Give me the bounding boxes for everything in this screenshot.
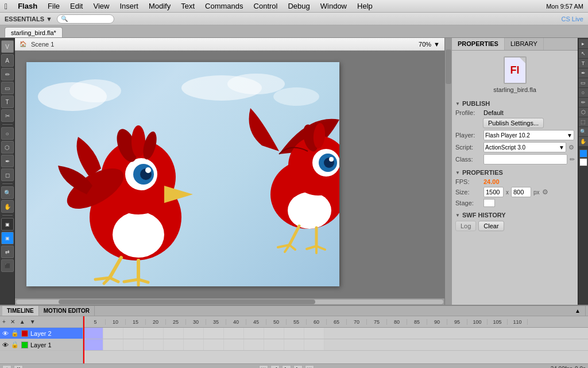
vertical-scrollbar[interactable] bbox=[444, 38, 451, 305]
menu-insert[interactable]: Insert bbox=[115, 1, 143, 12]
fill-color[interactable]: ▣ bbox=[1, 232, 14, 244]
menu-view[interactable]: View bbox=[88, 1, 114, 12]
publish-section-header[interactable]: ▼ PUBLISH bbox=[455, 100, 574, 107]
layer-1-lock-icon[interactable]: 🔒 bbox=[11, 341, 19, 348]
player-dropdown[interactable]: Flash Player 10.2 ▼ bbox=[483, 130, 574, 140]
size-height-input[interactable] bbox=[511, 187, 531, 197]
move-up-icon[interactable]: ▲ bbox=[20, 319, 25, 325]
frame-cell-1-1[interactable] bbox=[83, 339, 103, 350]
apple-menu[interactable]:  bbox=[5, 2, 7, 11]
frame-cell-1-7[interactable] bbox=[204, 339, 224, 350]
publish-settings-button[interactable]: Publish Settings... bbox=[483, 118, 544, 128]
rt-tool-1[interactable]: ▸ bbox=[579, 39, 588, 48]
menu-control[interactable]: Control bbox=[249, 1, 283, 12]
text-tool[interactable]: T bbox=[1, 95, 14, 108]
rt-tool-8[interactable]: ⬡ bbox=[579, 108, 588, 117]
frame-cell-2-12[interactable] bbox=[304, 328, 324, 339]
rt-color-blue[interactable] bbox=[579, 150, 587, 158]
layer-row-1[interactable]: 👁 🔒 Layer 1 bbox=[0, 339, 83, 351]
layer-eye-icon[interactable]: 👁 bbox=[2, 330, 9, 337]
menu-window[interactable]: Window bbox=[316, 1, 351, 12]
frame-cell-1-9[interactable] bbox=[244, 339, 264, 350]
hand-tool[interactable]: ✋ bbox=[1, 200, 14, 213]
frame-cell-1-4[interactable] bbox=[144, 339, 164, 350]
fps-value[interactable]: 24.00 bbox=[483, 178, 500, 185]
frame-cell-2-8[interactable] bbox=[224, 328, 244, 339]
menu-edit[interactable]: Edit bbox=[65, 1, 87, 12]
swap-colors[interactable]: ⇄ bbox=[1, 246, 14, 258]
frame-cell-2-5[interactable] bbox=[164, 328, 184, 339]
delete-layer-icon[interactable]: ✕ bbox=[10, 319, 15, 325]
subselection-tool[interactable]: A bbox=[1, 54, 14, 67]
layer-lock-icon[interactable]: 🔒 bbox=[11, 329, 19, 337]
essentials-search[interactable] bbox=[57, 14, 114, 24]
pen-tool[interactable]: ✒ bbox=[1, 155, 14, 167]
clear-button[interactable]: Clear bbox=[478, 221, 504, 231]
rt-tool-7[interactable]: ✏ bbox=[579, 98, 588, 107]
delete-layer-btn[interactable]: ✕ bbox=[14, 365, 23, 369]
rt-tool-10[interactable]: 🔍 bbox=[579, 127, 588, 136]
properties-section-header[interactable]: ▼ PROPERTIES bbox=[455, 169, 574, 176]
menu-text[interactable]: Text bbox=[176, 1, 199, 12]
eraser-tool[interactable]: ◻ bbox=[1, 168, 14, 181]
rt-tool-2[interactable]: ↖ bbox=[579, 49, 588, 58]
h-scrollbar-thumb[interactable] bbox=[59, 300, 315, 304]
size-settings-icon[interactable]: ⚙ bbox=[542, 188, 548, 196]
swf-section-header[interactable]: ▼ SWF HISTORY bbox=[455, 212, 574, 218]
menu-file[interactable]: File bbox=[43, 1, 64, 12]
essentials-label[interactable]: ESSENTIALS ▼ bbox=[5, 16, 52, 22]
class-edit-icon[interactable]: ✏ bbox=[570, 156, 575, 163]
zoom-tool[interactable]: 🔍 bbox=[1, 186, 14, 199]
default-colors[interactable]: ⬛ bbox=[1, 259, 14, 272]
canvas-wrapper[interactable] bbox=[15, 51, 444, 298]
step-fwd-btn[interactable]: ▶ bbox=[293, 365, 303, 369]
menu-commands[interactable]: Commands bbox=[200, 1, 247, 12]
rt-tool-3[interactable]: T bbox=[579, 59, 588, 68]
bucket-tool[interactable]: ⬡ bbox=[1, 141, 14, 154]
rt-color-white[interactable] bbox=[579, 158, 587, 166]
tl-collapse[interactable]: ▲ bbox=[570, 306, 586, 316]
frame-cell-1-3[interactable] bbox=[123, 339, 144, 350]
pencil-tool[interactable]: ✏ bbox=[1, 68, 14, 80]
menu-flash[interactable]: Flash bbox=[13, 1, 42, 12]
step-back-btn[interactable]: ◀ bbox=[270, 365, 280, 369]
tab-properties[interactable]: PROPERTIES bbox=[452, 38, 505, 50]
script-settings-icon[interactable]: ⚙ bbox=[568, 144, 574, 151]
menu-help[interactable]: Help bbox=[353, 1, 377, 12]
add-layer-icon[interactable]: + bbox=[2, 319, 6, 325]
frame-cell-2-3[interactable] bbox=[123, 328, 144, 339]
tab-timeline[interactable]: TIMELINE bbox=[2, 306, 39, 316]
frame-cell-1-6[interactable] bbox=[184, 339, 204, 350]
script-dropdown[interactable]: ActionScript 3.0 ▼ bbox=[483, 142, 566, 152]
size-width-input[interactable] bbox=[483, 187, 504, 197]
scissors-tool[interactable]: ✂ bbox=[1, 109, 14, 122]
rt-tool-5[interactable]: ▭ bbox=[579, 78, 588, 87]
selection-tool[interactable]: V bbox=[1, 40, 14, 53]
frame-cell-2-6[interactable] bbox=[184, 328, 204, 339]
log-button[interactable]: Log bbox=[455, 221, 476, 231]
move-down-icon[interactable]: ▼ bbox=[30, 319, 36, 325]
frame-cell-1-11[interactable] bbox=[284, 339, 304, 350]
tab-motion-editor[interactable]: MOTION EDITOR bbox=[39, 306, 95, 316]
v-scrollbar-thumb[interactable] bbox=[446, 49, 451, 84]
frame-cell-1-10[interactable] bbox=[264, 339, 284, 350]
file-tab[interactable]: starling_bird.fla* bbox=[5, 27, 63, 37]
layer-row-2[interactable]: 👁 🔒 Layer 2 bbox=[0, 328, 83, 339]
frame-cell-2-9[interactable] bbox=[244, 328, 264, 339]
frame-cell-1-12[interactable] bbox=[304, 339, 324, 350]
frame-cell-2-2[interactable] bbox=[103, 328, 123, 339]
layer-1-eye-icon[interactable]: 👁 bbox=[2, 342, 9, 348]
rt-tool-9[interactable]: ⬚ bbox=[579, 117, 588, 126]
zoom-value[interactable]: 70% bbox=[419, 41, 431, 48]
rt-tool-6[interactable]: ○ bbox=[579, 88, 588, 97]
play-fwd-btn[interactable]: ⏭ bbox=[305, 365, 314, 369]
stroke-color[interactable]: ▣ bbox=[1, 218, 14, 231]
frame-cell-1-2[interactable] bbox=[103, 339, 123, 350]
frame-cell-1-5[interactable] bbox=[164, 339, 184, 350]
class-input[interactable] bbox=[483, 154, 567, 164]
rectangle-tool[interactable]: ▭ bbox=[1, 82, 14, 94]
menu-debug[interactable]: Debug bbox=[283, 1, 314, 12]
menu-modify[interactable]: Modify bbox=[144, 1, 175, 12]
stage-color-swatch[interactable] bbox=[483, 199, 495, 207]
tab-library[interactable]: LIBRARY bbox=[505, 38, 544, 50]
